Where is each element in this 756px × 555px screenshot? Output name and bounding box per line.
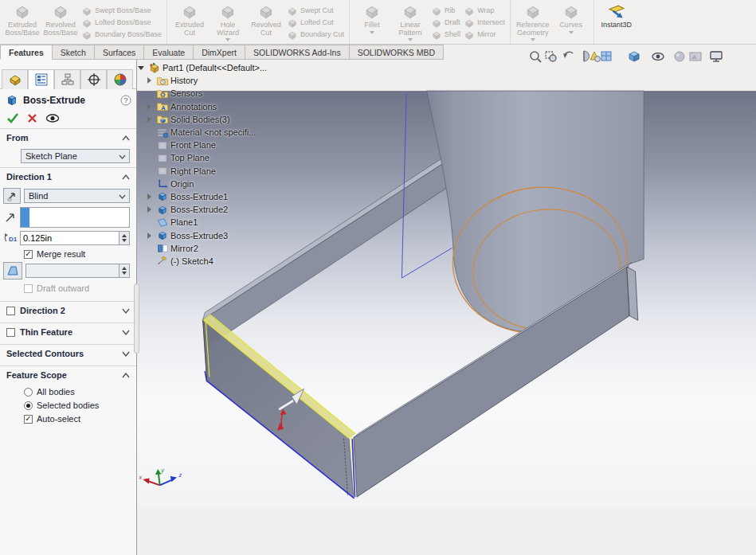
depth-spinner[interactable] — [119, 231, 130, 245]
wrap-button[interactable]: Wrap — [464, 4, 505, 16]
dropdown-caret-icon[interactable] — [531, 38, 535, 41]
tree-item-right-plane[interactable]: Right Plane — [137, 165, 336, 178]
tree-item-sensors[interactable]: Sensors — [137, 87, 336, 100]
dropdown-caret-icon[interactable] — [370, 31, 374, 34]
section-feature-scope-header[interactable]: Feature Scope — [0, 366, 136, 383]
lofted-cut-button[interactable]: Lofted Cut — [287, 16, 344, 28]
all-bodies-radio[interactable] — [24, 388, 33, 397]
section-from-header[interactable]: From — [0, 129, 136, 146]
auto-select-row[interactable]: ✓ Auto-select — [24, 414, 130, 424]
draft-button[interactable] — [3, 262, 22, 279]
expand-arrow-icon[interactable] — [147, 116, 151, 123]
ok-button[interactable] — [6, 112, 19, 123]
tree-item-solid-bodies-3[interactable]: Solid Bodies(3) — [137, 113, 336, 126]
expand-arrow-icon[interactable] — [147, 104, 151, 110]
zoom-to-area-icon[interactable] — [544, 49, 558, 64]
show-preview-eye-button[interactable] — [45, 113, 60, 123]
selected-bodies-row[interactable]: Selected bodies — [24, 401, 130, 410]
direction-reference-selection-box[interactable] — [20, 207, 130, 228]
apply-scene-icon[interactable] — [688, 49, 703, 64]
mirror-button[interactable]: Mirror — [464, 28, 505, 40]
help-icon[interactable]: ? — [120, 95, 131, 106]
tab-sketch[interactable]: Sketch — [53, 45, 95, 60]
end-condition-dropdown[interactable]: Blind — [24, 189, 130, 203]
cancel-button[interactable] — [27, 113, 37, 123]
tree-item-boss-extrude2[interactable]: Boss-Extrude2 — [137, 203, 336, 216]
draft-angle-input[interactable] — [25, 264, 119, 278]
expand-arrow-icon[interactable] — [147, 193, 151, 200]
tree-item-boss-extrude3[interactable]: Boss-Extrude3 — [137, 229, 336, 241]
direction2-checkbox[interactable] — [6, 307, 15, 315]
tree-item-part1-default-default[interactable]: Part1 (Default<<Default>... — [137, 61, 336, 74]
view-settings-icon[interactable] — [709, 49, 723, 64]
reverse-direction-button[interactable] — [3, 188, 21, 204]
tree-item-material-not-specifi[interactable]: Material <not specifi... — [137, 126, 336, 139]
hole-wizard-button[interactable]: Hole Wizard — [209, 2, 247, 42]
tree-item-mirror2[interactable]: Mirror2 — [137, 242, 336, 255]
collapse-arrow-icon[interactable] — [138, 66, 144, 70]
merge-result-checkbox[interactable]: ✓ — [24, 250, 33, 259]
view-orientation-icon[interactable] — [599, 49, 613, 64]
tree-item-front-plane[interactable]: Front Plane — [137, 139, 336, 151]
tab-configuration-manager[interactable] — [54, 69, 80, 89]
merge-result-row[interactable]: ✓ Merge result — [24, 249, 130, 259]
dropdown-caret-icon[interactable] — [408, 38, 413, 41]
tab-property-manager[interactable] — [28, 69, 54, 89]
from-plane-dropdown[interactable]: Sketch Plane — [21, 149, 130, 163]
dropdown-caret-icon[interactable] — [225, 38, 230, 41]
tree-item-boss-extrude1[interactable]: Boss-Extrude1 — [137, 190, 336, 203]
graphics-viewport[interactable]: x y z Part1 (Default<<Default>...History… — [137, 45, 756, 555]
zoom-to-fit-icon[interactable] — [528, 49, 543, 64]
tab-feature-manager[interactable] — [2, 69, 28, 89]
tree-item-sketch4[interactable]: (-) Sketch4 — [137, 255, 336, 268]
tab-evaluate[interactable]: Evaluate — [144, 45, 194, 60]
swept-cut-button[interactable]: Swept Cut — [287, 4, 344, 16]
reference-geometry-button[interactable]: Reference Geometry — [514, 2, 552, 42]
section-direction1-header[interactable]: Direction 1 — [0, 168, 136, 185]
revolved-cut-button[interactable]: Revolved Cut — [247, 2, 285, 42]
tab-solidworks-mbd[interactable]: SOLIDWORKS MBD — [350, 45, 444, 60]
tab-surfaces[interactable]: Surfaces — [95, 45, 144, 60]
selected-bodies-radio[interactable] — [24, 401, 33, 410]
extruded-cut-button[interactable]: Extruded Cut — [170, 2, 209, 42]
display-style-icon[interactable] — [627, 49, 641, 64]
draft-outward-checkbox[interactable] — [24, 284, 33, 293]
hide-show-items-icon[interactable] — [651, 49, 665, 64]
auto-select-checkbox[interactable]: ✓ — [24, 415, 33, 424]
expand-arrow-icon[interactable] — [147, 77, 151, 84]
tab-features[interactable]: Features — [0, 45, 53, 60]
tree-item-annotations[interactable]: AAnnotations — [137, 100, 336, 113]
instant3d-button[interactable]: Instant3D — [597, 2, 636, 42]
tab-solidworks-add-ins[interactable]: SOLIDWORKS Add-Ins — [245, 45, 350, 60]
edit-appearance-icon[interactable] — [672, 49, 687, 64]
tree-item-top-plane[interactable]: Top Plane — [137, 151, 336, 164]
boundary-boss-base-button[interactable]: Boundary Boss/Base — [81, 28, 162, 40]
panel-splitter-handle[interactable] — [134, 283, 139, 354]
depth-input[interactable] — [20, 231, 119, 245]
fillet-button[interactable]: Fillet — [353, 2, 391, 42]
expand-arrow-icon[interactable] — [147, 233, 151, 239]
tree-item-origin[interactable]: Origin — [137, 178, 336, 190]
all-bodies-row[interactable]: All bodies — [24, 387, 130, 397]
curves-button[interactable]: Curves — [552, 2, 590, 42]
previous-view-icon[interactable] — [562, 49, 576, 64]
revolved-boss-base-button[interactable]: Revolved Boss/Base — [41, 2, 80, 42]
thin-feature-checkbox[interactable] — [6, 328, 15, 337]
tab-display-manager[interactable] — [107, 69, 133, 89]
draft-angle-spinner[interactable] — [119, 264, 130, 278]
tree-item-plane1[interactable]: Plane1 — [137, 216, 336, 229]
linear-pattern-button[interactable]: Linear Pattern — [391, 2, 429, 42]
tab-dimxpert-manager[interactable] — [80, 69, 107, 89]
intersect-button[interactable]: Intersect — [464, 16, 505, 28]
tree-item-history[interactable]: History — [137, 74, 336, 87]
section-direction2-header[interactable]: Direction 2 — [0, 302, 136, 319]
swept-boss-base-button[interactable]: Swept Boss/Base — [81, 4, 162, 16]
draft-button[interactable]: Draft — [431, 16, 460, 28]
boundary-cut-button[interactable]: Boundary Cut — [287, 28, 344, 40]
dropdown-caret-icon[interactable] — [569, 31, 574, 34]
extruded-boss-base-button[interactable]: Extruded Boss/Base — [3, 2, 41, 42]
shell-button[interactable]: Shell — [431, 28, 460, 40]
lofted-boss-base-button[interactable]: Lofted Boss/Base — [81, 16, 162, 28]
expand-arrow-icon[interactable] — [147, 206, 151, 213]
rib-button[interactable]: Rib — [431, 4, 460, 16]
